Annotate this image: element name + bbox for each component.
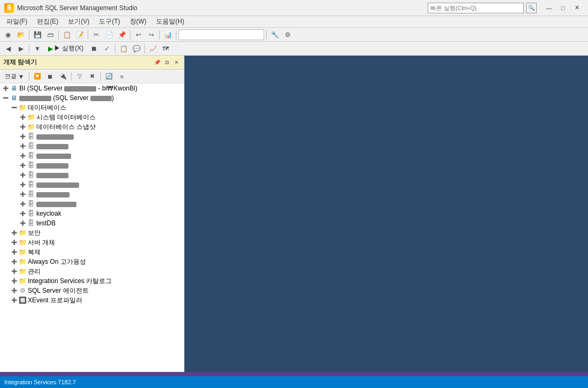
quick-search-input[interactable] — [428, 3, 524, 13]
expander-replication[interactable]: ➕ — [10, 247, 18, 257]
oe-stop-btn[interactable]: ⏹ — [44, 71, 56, 82]
tree-item-security[interactable]: ➕ 📁 보안 — [0, 228, 184, 238]
plan-btn[interactable]: 🗺 — [160, 43, 172, 55]
fwd-btn[interactable]: ▶ — [15, 43, 27, 55]
new-query-btn[interactable]: ◉ — [2, 29, 14, 41]
parse-btn[interactable]: ✓ — [101, 43, 113, 55]
activity-monitor-btn[interactable]: 📊 — [162, 29, 174, 41]
database-selector[interactable] — [179, 29, 264, 40]
menu-edit[interactable]: 편집(E) — [33, 16, 63, 27]
tree-item-db5[interactable]: ➕ 🗄 — [0, 170, 184, 180]
tree-item-db3[interactable]: ➕ 🗄 — [0, 151, 184, 161]
maximize-button[interactable]: □ — [556, 3, 570, 13]
expander-db5[interactable]: ➕ — [18, 170, 27, 180]
stop-btn[interactable]: ⏹ — [88, 43, 100, 55]
new-db-btn[interactable]: 📋 — [61, 29, 73, 41]
expander-db1[interactable]: ➕ — [18, 132, 27, 141]
new-query2-btn[interactable]: 📝 — [74, 29, 86, 41]
open-btn[interactable]: 📂 — [15, 29, 27, 41]
tree-item-management[interactable]: ➕ 📁 관리 — [0, 267, 184, 276]
menu-view[interactable]: 보기(V) — [64, 16, 94, 27]
expander-integration-services[interactable]: ➕ — [10, 276, 18, 286]
tree-item-xevent[interactable]: ➕ 🔲 XEvent 프로파일러 — [0, 295, 184, 305]
expander-xevent[interactable]: ➕ — [10, 295, 18, 305]
tree-item-integration-services[interactable]: ➕ 📁 Integration Services 카탈로그 — [0, 276, 184, 286]
menu-bar: 파일(F) 편집(E) 보기(V) 도구(T) 창(W) 도움말(H) — [0, 16, 588, 28]
oe-summary-btn[interactable]: ≡ — [116, 71, 128, 82]
menu-help[interactable]: 도움말(H) — [152, 16, 189, 27]
paste-btn[interactable]: 📌 — [116, 29, 128, 41]
tree-item-db4[interactable]: ➕ 🗄 — [0, 161, 184, 170]
tree-item-server-objects[interactable]: ➕ 📁 서버 개체 — [0, 238, 184, 247]
toolbar-sep-4 — [130, 30, 130, 40]
minimize-button[interactable]: — — [542, 3, 556, 13]
expander-system-dbs[interactable]: ➕ — [18, 112, 27, 122]
expander-server-objects[interactable]: ➕ — [10, 238, 18, 247]
expander-db-snapshots[interactable]: ➕ — [18, 122, 27, 132]
expander-keycloak[interactable]: ➕ — [18, 209, 27, 218]
expander-db6[interactable]: ➕ — [18, 180, 27, 189]
tree-item-sql-agent[interactable]: ➕ ⚙ SQL Server 에이전트 — [0, 286, 184, 295]
main-area: 개체 탐색기 📌 ⧉ ✕ 연결 ▼ 🔽 ⏹ 🔌 ▽ ✖ 🔄 ≡ — [0, 56, 588, 384]
tree-item-replication[interactable]: ➕ 📁 복제 — [0, 247, 184, 257]
tree-item-databases[interactable]: ➖ 📁 데이터베이스 — [0, 103, 184, 112]
messages-btn[interactable]: 💬 — [130, 43, 142, 55]
expander-management[interactable]: ➕ — [10, 267, 18, 276]
execute-btn[interactable]: ▶ ▶ 실행(X) — [44, 43, 87, 55]
cut-btn[interactable]: ✂ — [90, 29, 102, 41]
tree-item-testdb[interactable]: ➕ 🗄 testDB — [0, 218, 184, 228]
properties-btn[interactable]: 🔧 — [269, 29, 281, 41]
close-button[interactable]: ✕ — [570, 3, 584, 13]
tree-item-server-bi[interactable]: ➕ 🖥 BI (SQL Server - bi₩KwonBi) — [0, 83, 184, 93]
oe-disconnect-btn[interactable]: 🔌 — [57, 71, 69, 82]
label-db1 — [36, 133, 74, 140]
expander-db2[interactable]: ➕ — [18, 141, 27, 151]
tree-item-db8[interactable]: ➕ 🗄 — [0, 199, 184, 209]
tree-item-db6[interactable]: ➕ 🗄 — [0, 180, 184, 189]
oe-refresh-btn[interactable]: 🔄 — [103, 71, 115, 82]
expander-security[interactable]: ➕ — [10, 228, 18, 238]
menu-file[interactable]: 파일(F) — [2, 16, 32, 27]
save-all-btn[interactable]: 🗃 — [44, 29, 56, 41]
oe-filter-btn[interactable]: 🔽 — [32, 71, 43, 82]
search-button[interactable]: 🔍 — [526, 3, 537, 13]
menu-tools[interactable]: 도구(T) — [95, 16, 124, 27]
tree-item-server-main[interactable]: ➖ 🖥 (SQL Server ) — [0, 93, 184, 103]
chart-btn[interactable]: 📈 — [147, 43, 159, 55]
oe-float-btn[interactable]: ⧉ — [163, 58, 171, 67]
label-always-on: Always On 고가용성 — [28, 257, 86, 267]
expander-sql-agent[interactable]: ➕ — [10, 286, 18, 295]
expander-db3[interactable]: ➕ — [18, 151, 27, 161]
copy-btn[interactable]: 📄 — [103, 29, 115, 41]
oe-pin-btn[interactable]: 📌 — [153, 58, 161, 67]
expander-always-on[interactable]: ➕ — [10, 257, 18, 267]
tree-item-always-on[interactable]: ➕ 📁 Always On 고가용성 — [0, 257, 184, 267]
undo-btn[interactable]: ↩ — [133, 29, 144, 41]
debug-dropdown[interactable]: ▼ — [32, 43, 43, 55]
tree-item-system-dbs[interactable]: ➕ 📁 시스템 데이터베이스 — [0, 112, 184, 122]
oe-clear-filter-btn[interactable]: ✖ — [87, 71, 98, 82]
app-logo: 🗄 — [4, 3, 14, 13]
oe-connect-button[interactable]: 연결 ▼ — [2, 71, 27, 81]
expander-server-main[interactable]: ➖ — [1, 93, 10, 103]
expander-db4[interactable]: ➕ — [18, 161, 27, 170]
config-btn[interactable]: ⚙ — [282, 29, 293, 41]
tree-item-keycloak[interactable]: ➕ 🗄 keycloak — [0, 209, 184, 218]
tree-item-db-snapshots[interactable]: ➕ 📁 데이터베이스 스냅샷 — [0, 122, 184, 132]
expander-db7[interactable]: ➕ — [18, 189, 27, 199]
expander-server-bi[interactable]: ➕ — [1, 83, 10, 93]
expander-databases[interactable]: ➖ — [10, 103, 18, 112]
save-btn[interactable]: 💾 — [32, 29, 43, 41]
menu-window[interactable]: 창(W) — [126, 16, 151, 27]
oe-close-btn[interactable]: ✕ — [172, 58, 181, 67]
expander-testdb[interactable]: ➕ — [18, 218, 27, 228]
tree-item-db2[interactable]: ➕ 🗄 — [0, 141, 184, 151]
back-btn[interactable]: ◀ — [2, 43, 14, 55]
oe-filter2-btn[interactable]: ▽ — [74, 71, 86, 82]
expander-db8[interactable]: ➕ — [18, 199, 27, 209]
tree-item-db1[interactable]: ➕ 🗄 — [0, 132, 184, 141]
tree-item-db7[interactable]: ➕ 🗄 — [0, 189, 184, 199]
results-btn[interactable]: 📋 — [118, 43, 129, 55]
redo-btn[interactable]: ↪ — [145, 29, 157, 41]
title-bar-right: 🔍 — □ ✕ — [428, 3, 584, 13]
